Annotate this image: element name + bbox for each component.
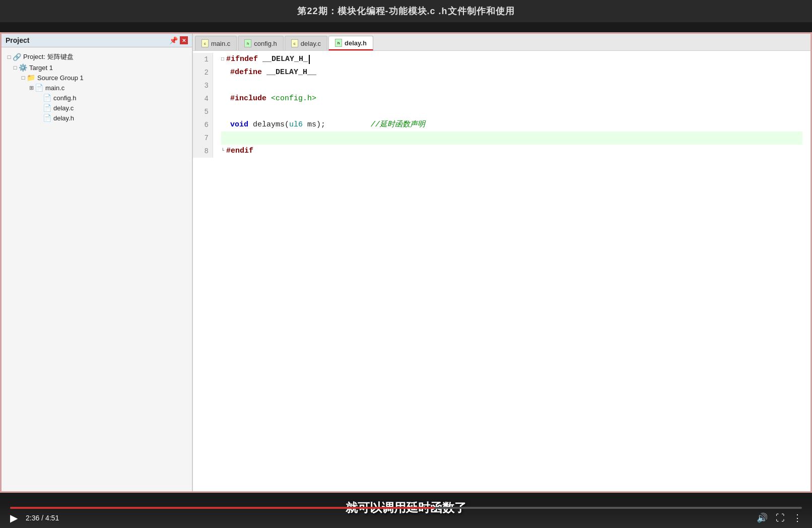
code-line-4: #include <config.h> [221,92,802,105]
line-num-8: 8 [197,145,209,158]
line-num-3: 3 [197,79,209,92]
collapse-btn-1[interactable]: □ [221,53,224,66]
code-normal-6: delayms( [248,118,289,131]
main-c-label: main.c [45,84,64,92]
tree-toggle-project: □ [6,54,13,60]
project-panel-title: Project [6,36,29,44]
code-normal-1 [258,53,262,66]
code-pp-2: #define [221,66,262,79]
source-group-label: Source Group 1 [37,74,84,82]
volume-button[interactable]: 🔊 [757,512,768,523]
video-title: 第22期：模块化编程-功能模块.c .h文件制作和使用 [297,6,514,16]
code-line-3 [221,79,802,92]
tab-delay-h[interactable]: h delay.h [328,36,373,50]
code-lines[interactable]: □ #ifndef __DELAY_H_ #define __DELAY_H__ [213,53,810,158]
time-display: 2:36 / 4:51 [26,514,59,522]
project-tree: □ 🔗 Project: 矩阵键盘 □ ⚙️ Target 1 □ 📁 Sour… [2,47,192,127]
line-num-1: 1 [197,53,209,66]
video-controls: 就可以调用延时函数了 ▶ 2:36 / 4:51 🔊 ⛶ ⋮ [0,503,812,528]
file-c-icon: 📄 [35,84,43,92]
file-h-icon: 📄 [43,94,51,102]
line-num-5: 5 [197,105,209,118]
line-num-7: 7 [197,131,209,145]
line-numbers: 1 2 3 4 5 6 7 8 [193,53,213,158]
file-delay-h-icon: 📄 [43,114,51,122]
project-panel-header: Project 📌 ✕ [2,34,192,47]
project-panel: Project 📌 ✕ □ 🔗 Project: 矩阵键盘 □ ⚙️ Tar [2,34,193,491]
code-line-2: #define __DELAY_H__ [221,66,802,79]
tree-item-delay-c[interactable]: 📄 delay.c [4,103,190,113]
tab-main-c[interactable]: c main.c [195,36,237,50]
code-normal-4 [266,92,271,105]
tab-label-delay-c: delay.c [301,40,321,47]
code-line-8: └ #endif [221,145,802,158]
pin-icon[interactable]: 📌 [169,36,178,44]
end-block-8: └ [221,145,224,158]
tab-config-h[interactable]: h config.h [238,36,284,50]
play-button[interactable]: ▶ [10,512,18,524]
folder-icon: 📁 [27,74,35,82]
line-num-6: 6 [197,118,209,131]
tab-label-config-h: config.h [254,40,277,47]
right-controls: 🔊 ⛶ ⋮ [757,512,802,523]
tab-label-main-c: main.c [211,40,230,47]
code-line-7 [221,131,802,145]
current-time: 2:36 [26,514,39,522]
file-delay-c-icon: 📄 [43,104,51,112]
code-content: 1 2 3 4 5 6 7 8 □ #ifndef __DELAY_H_ [193,51,810,160]
code-normal2-6: ms); [303,118,325,131]
progress-bar-fill [10,507,435,509]
target-icon: ⚙️ [19,63,27,72]
project-icon: 🔗 [13,53,21,61]
target-label: Target 1 [29,64,53,72]
tab-icon-delay-h: h [335,39,342,47]
tab-bar: c main.c h config.h c delay.c h delay.h [193,34,810,51]
controls-row: ▶ 2:36 / 4:51 🔊 ⛶ ⋮ [10,512,802,524]
progress-bar[interactable] [10,507,802,509]
code-comment-6: //延时函数声明 [325,118,425,131]
tab-icon-main-c: c [201,39,209,47]
code-pp-8: #endif [226,145,253,158]
cursor-1 [309,55,310,64]
code-macro-2: __DELAY_H__ [266,66,316,79]
tree-item-main-c[interactable]: ⊞ 📄 main.c [4,83,190,93]
time-separator: / [41,514,45,522]
line-num-2: 2 [197,66,209,79]
tree-toggle-source-group: □ [20,75,27,81]
fullscreen-button[interactable]: ⛶ [776,513,785,523]
config-h-label: config.h [53,94,77,102]
tree-item-delay-h[interactable]: 📄 delay.h [4,113,190,123]
code-pp-1: #ifndef [226,53,258,66]
code-line-6: void delayms( ul6 ms); //延时函数声明 [221,118,802,131]
code-empty-3 [221,79,226,92]
code-str-4: <config.h> [271,92,316,105]
video-title-bar: 第22期：模块化编程-功能模块.c .h文件制作和使用 [0,0,812,22]
tab-icon-config-h: h [244,39,251,47]
tree-item-config-h[interactable]: 📄 config.h [4,93,190,103]
tree-toggle-main-c: ⊞ [28,85,35,91]
tree-item-source-group[interactable]: □ 📁 Source Group 1 [4,73,190,83]
ide-content-area: Project 📌 ✕ □ 🔗 Project: 矩阵键盘 □ ⚙️ Tar [0,32,812,493]
code-kw-6: void [221,118,248,131]
code-empty-7 [221,131,226,145]
code-type-6: ul6 [289,118,303,131]
line-num-4: 4 [197,92,209,105]
delay-c-label: delay.c [53,104,74,112]
black-bar-top [0,22,812,32]
tree-toggle-target: □ [12,64,19,71]
tree-item-project[interactable]: □ 🔗 Project: 矩阵键盘 [4,51,190,62]
project-header-icons: 📌 ✕ [169,36,188,44]
tab-delay-c[interactable]: c delay.c [285,36,327,50]
black-bar-bottom [0,493,812,503]
tree-item-target[interactable]: □ ⚙️ Target 1 [4,62,190,73]
more-button[interactable]: ⋮ [793,512,802,523]
code-pp-4: #include [221,92,266,105]
delay-h-label: delay.h [53,114,74,122]
code-empty-5 [221,105,226,118]
code-line-5 [221,105,802,118]
total-time: 4:51 [45,514,59,522]
close-panel-button[interactable]: ✕ [180,36,188,44]
tab-icon-delay-c: c [291,39,298,47]
code-normal-2 [262,66,266,79]
code-editor[interactable]: c main.c h config.h c delay.c h delay.h [193,34,810,491]
